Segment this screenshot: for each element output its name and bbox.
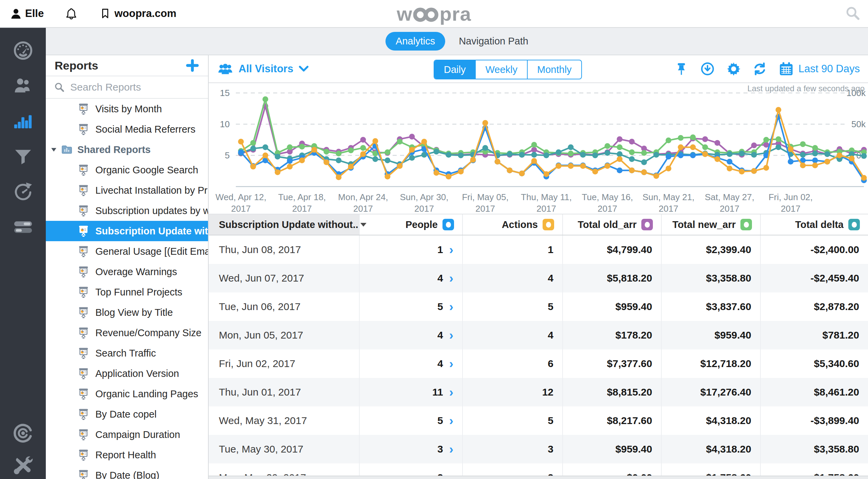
cell-value: $178.20 xyxy=(616,329,652,341)
cell-old-arr: $5,818.20 xyxy=(563,264,662,292)
report-screen-icon xyxy=(77,164,90,176)
report-item-label: Blog View by Title xyxy=(95,307,173,318)
cell-value: 5 xyxy=(437,301,443,312)
site-bookmark[interactable]: woopra.com xyxy=(99,7,176,20)
report-item-label: Subscription Update wit… xyxy=(95,226,208,237)
table-row-wed-may-31-2017[interactable]: Wed, May 31, 20175›5$8,217.60$4,318.20-$… xyxy=(209,406,868,435)
report-item-livechat-installation-by-pr[interactable]: Livechat Installation by Pr… xyxy=(46,180,208,200)
cell-actions: 5 xyxy=(463,292,563,321)
report-item-campaign-duration[interactable]: Campaign Duration xyxy=(46,424,208,445)
x-axis-tick-year: 2017 xyxy=(720,204,739,214)
table-row-fri-jun-02-2017[interactable]: Fri, Jun 02, 20174›6$7,377.60$12,718.20$… xyxy=(209,349,868,378)
granularity-toggle: DailyWeeklyMonthly xyxy=(434,60,582,79)
cell-value: 5 xyxy=(437,415,443,426)
person-icon xyxy=(10,8,22,19)
cell-value: Thu, Jun 01, 2017 xyxy=(219,386,301,398)
people-drilldown-chevron[interactable]: › xyxy=(449,272,453,285)
people-drilldown-chevron[interactable]: › xyxy=(449,301,453,313)
global-search-icon[interactable] xyxy=(845,5,861,21)
report-item-overage-warnings[interactable]: Overage Warnings xyxy=(46,262,208,282)
cell-value: Tue, Jun 06, 2017 xyxy=(219,301,301,312)
people-drilldown-chevron[interactable]: › xyxy=(449,244,453,256)
reports-list: Visits by MonthSocial Media ReferrersSha… xyxy=(46,99,208,479)
cell-value: $3,837.60 xyxy=(706,301,751,312)
table-bottom-scrollbar[interactable] xyxy=(209,476,868,479)
column-header-actions[interactable]: Actions xyxy=(463,214,563,235)
report-search-input[interactable] xyxy=(70,81,193,93)
add-report-button[interactable] xyxy=(186,59,199,72)
rail-tracking-target-icon[interactable] xyxy=(13,423,34,444)
report-item-subscription-update-wit[interactable]: Subscription Update wit… xyxy=(46,221,208,241)
column-header-people[interactable]: People xyxy=(360,214,463,235)
granularity-weekly[interactable]: Weekly xyxy=(475,60,527,79)
calendar-icon xyxy=(779,61,794,76)
table-row-thu-jun-08-2017[interactable]: Thu, Jun 08, 20171›1$4,799.40$2,399.40-$… xyxy=(209,235,868,264)
report-item-revenue-company-size[interactable]: Revenue/Company Size xyxy=(46,323,208,343)
rail-setup-tools-icon[interactable] xyxy=(13,454,34,475)
column-header-date[interactable]: Subscription Update without.. xyxy=(209,214,360,235)
report-item-blog-view-by-title[interactable]: Blog View by Title xyxy=(46,302,208,323)
cell-delta: $8,461.20 xyxy=(761,378,868,406)
rail-segments-icon[interactable] xyxy=(13,216,34,237)
report-item-by-date-blog[interactable]: By Date (Blog) xyxy=(46,465,208,479)
report-item-label: Revenue/Company Size xyxy=(95,327,202,339)
table-row-mon-jun-05-2017[interactable]: Mon, Jun 05, 20174›4$178.20$959.40$781.2… xyxy=(209,321,868,349)
bell-icon[interactable] xyxy=(65,7,78,20)
report-item-organic-landing-pages[interactable]: Organic Landing Pages xyxy=(46,384,208,404)
segment-label: All Visitors xyxy=(239,63,293,75)
table-row-wed-jun-07-2017[interactable]: Wed, Jun 07, 20174›4$5,818.20$3,358.80-$… xyxy=(209,264,868,292)
report-item-search-traffic[interactable]: Search Traffic xyxy=(46,343,208,363)
report-item-application-version[interactable]: Application Version xyxy=(46,363,208,384)
report-item-social-media-referrers[interactable]: Social Media Referrers xyxy=(46,119,208,139)
logo-text-rest: pra xyxy=(439,2,471,25)
report-item-by-date-copel[interactable]: By Date copel xyxy=(46,404,208,424)
cell-value: Mon, Jun 05, 2017 xyxy=(219,329,303,341)
granularity-daily[interactable]: Daily xyxy=(434,60,475,79)
table-row-tue-may-30-2017[interactable]: Tue, May 30, 20173›3$959.40$4,318.20$3,3… xyxy=(209,435,868,463)
cell-old-arr: $8,815.20 xyxy=(563,378,662,406)
cell-value: $4,799.40 xyxy=(607,244,652,255)
settings-gear-icon[interactable] xyxy=(727,62,741,76)
report-item-organic-google-search[interactable]: Organic Google Search xyxy=(46,160,208,180)
results-table: Subscription Update without..PeopleActio… xyxy=(209,214,868,479)
report-item-visits-by-month[interactable]: Visits by Month xyxy=(46,99,208,119)
pin-icon[interactable] xyxy=(674,62,688,76)
report-item-label: Top Funnel Projects xyxy=(95,287,182,298)
cell-value: -$2,400.00 xyxy=(811,244,859,255)
granularity-monthly[interactable]: Monthly xyxy=(527,60,581,79)
people-drilldown-chevron[interactable]: › xyxy=(449,358,453,370)
rail-funnel-icon[interactable] xyxy=(13,146,34,167)
rail-dashboard-gauge-icon[interactable] xyxy=(13,40,34,61)
people-drilldown-chevron[interactable]: › xyxy=(449,443,453,456)
column-header-delta[interactable]: Total delta xyxy=(761,214,868,235)
report-screen-icon xyxy=(77,286,90,299)
refresh-icon[interactable] xyxy=(753,62,767,76)
cell-new-arr: $4,318.20 xyxy=(662,435,761,463)
x-axis-tick-year: 2017 xyxy=(598,204,617,214)
rail-analytics-bars-icon[interactable] xyxy=(13,111,34,132)
download-icon[interactable] xyxy=(700,62,715,76)
report-item-general-usage-edit-emai[interactable]: General Usage [(Edit Emai… xyxy=(46,241,208,262)
cell-delta: -$2,459.40 xyxy=(761,264,868,292)
user-menu[interactable]: Elle xyxy=(10,7,44,20)
report-screen-icon xyxy=(77,408,90,421)
report-item-top-funnel-projects[interactable]: Top Funnel Projects xyxy=(46,282,208,302)
report-item-label: Subscription updates by w… xyxy=(95,205,208,216)
column-header-old_arr[interactable]: Total old_arr xyxy=(563,214,662,235)
tab-analytics[interactable]: Analytics xyxy=(385,32,445,51)
rail-retention-clock-icon[interactable] xyxy=(13,181,34,202)
column-header-new_arr[interactable]: Total new_arr xyxy=(662,214,761,235)
segment-selector[interactable]: All Visitors xyxy=(218,62,309,76)
rail-people-profiles-icon[interactable] xyxy=(13,75,34,96)
table-row-tue-jun-06-2017[interactable]: Tue, Jun 06, 20175›5$959.40$3,837.60$2,8… xyxy=(209,292,868,321)
report-item-subscription-updates-by-w[interactable]: Subscription updates by w… xyxy=(46,200,208,221)
table-row-thu-jun-01-2017[interactable]: Thu, Jun 01, 201711›12$8,815.20$17,276.4… xyxy=(209,378,868,406)
people-drilldown-chevron[interactable]: › xyxy=(449,415,453,427)
date-range-button[interactable]: Last 90 Days xyxy=(779,61,860,76)
cell-value: $8,461.20 xyxy=(814,386,859,398)
people-drilldown-chevron[interactable]: › xyxy=(449,386,453,399)
people-drilldown-chevron[interactable]: › xyxy=(449,329,453,342)
folder-item-shared-reports[interactable]: Shared Reports xyxy=(46,139,208,160)
report-item-report-health[interactable]: Report Health xyxy=(46,445,208,465)
tab-navigation-path[interactable]: Navigation Path xyxy=(459,36,528,47)
